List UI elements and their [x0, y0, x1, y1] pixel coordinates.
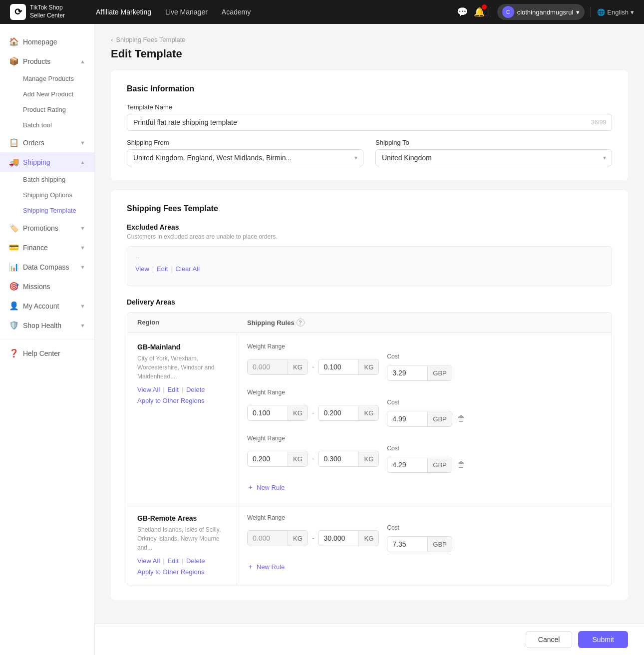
- sidebar-item-product-rating[interactable]: Product Rating: [23, 102, 94, 117]
- sidebar-item-finance[interactable]: 💳 Finance ▼: [0, 238, 94, 257]
- sidebar-item-batch-shipping[interactable]: Batch shipping: [23, 172, 94, 187]
- breadcrumb: ‹ Shipping Fees Template: [111, 36, 628, 43]
- sidebar-item-shipping-template[interactable]: Shipping Template: [23, 203, 94, 218]
- shop-health-icon: 🛡️: [9, 321, 18, 330]
- cancel-button[interactable]: Cancel: [526, 631, 573, 648]
- kg-unit-2: KG: [358, 360, 378, 374]
- weight-from-group: KG: [247, 451, 308, 467]
- account-chevron-icon: ▾: [576, 8, 580, 16]
- new-rule-button[interactable]: ＋ New Rule: [247, 481, 285, 494]
- basic-info-card: Basic Information Template Name 36/99 Sh…: [111, 70, 628, 180]
- sidebar-label-orders: Orders: [23, 139, 44, 147]
- rule-inputs: KG - KG Cost GBP 🗑: [247, 445, 602, 473]
- view-all-link[interactable]: View All: [137, 557, 160, 565]
- weight-from-group: KG: [247, 359, 308, 375]
- cost-label: Cost: [387, 399, 468, 406]
- kg-unit: KG: [288, 531, 308, 546]
- cost-input[interactable]: [387, 365, 427, 380]
- weight-from-input[interactable]: [248, 451, 288, 466]
- new-rule-label: New Rule: [257, 563, 285, 571]
- shipping-to-select[interactable]: United Kingdom: [375, 149, 612, 166]
- sidebar-item-shipping-options[interactable]: Shipping Options: [23, 187, 94, 203]
- region-col-gb-remote: GB-Remote Areas Shetland Islands, Isles …: [127, 504, 237, 586]
- language-button[interactable]: 🌐 English ▾: [597, 8, 634, 16]
- sidebar-label-missions: Missions: [23, 283, 50, 291]
- sidebar-item-products[interactable]: 📦 Products ▲: [0, 51, 94, 71]
- delete-rule-button[interactable]: 🗑: [454, 412, 468, 425]
- excluded-edit-link[interactable]: Edit: [157, 265, 168, 273]
- kg-unit-2: KG: [358, 531, 378, 546]
- delete-link[interactable]: Delete: [186, 386, 205, 393]
- layout: 🏠 Homepage 📦 Products ▲ Manage Products …: [0, 24, 644, 655]
- sidebar-item-missions[interactable]: 🎯 Missions: [0, 277, 94, 296]
- sidebar-item-orders[interactable]: 📋 Orders ▼: [0, 133, 94, 152]
- excluded-dashes: --: [135, 254, 604, 261]
- rule-row: Weight Range KG - KG Cost GBP: [247, 389, 602, 427]
- excluded-areas-box: -- View | Edit | Clear All: [127, 246, 612, 286]
- edit-link[interactable]: Edit: [167, 386, 178, 393]
- rules-col: Weight Range KG - KG Cost GBP: [237, 504, 612, 586]
- sidebar-item-shipping[interactable]: 🚚 Shipping ▲: [0, 152, 94, 172]
- shipping-fees-card: Shipping Fees Template Excluded Areas Cu…: [111, 190, 628, 600]
- region-name: GB-Remote Areas: [137, 514, 227, 522]
- sidebar-item-my-account[interactable]: 👤 My Account ▼: [0, 296, 94, 316]
- kg-unit-2: KG: [358, 406, 378, 420]
- sidebar-label-shop-health: Shop Health: [23, 322, 61, 329]
- apply-link[interactable]: Apply to Other Regions: [137, 568, 204, 576]
- sidebar-item-help-center[interactable]: ❓ Help Center: [0, 343, 94, 363]
- shipping-from-select[interactable]: United Kingdom, England, West Midlands, …: [127, 149, 363, 166]
- rule-row: Weight Range KG - KG Cost GBP: [247, 514, 602, 552]
- promotions-chevron-icon: ▼: [80, 225, 85, 231]
- cost-input[interactable]: [387, 457, 427, 472]
- sidebar-item-shop-health[interactable]: 🛡️ Shop Health ▼: [0, 316, 94, 335]
- home-icon: 🏠: [9, 37, 18, 46]
- view-all-link[interactable]: View All: [137, 386, 160, 393]
- new-rule-button[interactable]: ＋ New Rule: [247, 560, 285, 573]
- sidebar-item-manage-products[interactable]: Manage Products: [23, 71, 94, 86]
- sidebar-item-batch-tool[interactable]: Batch tool: [23, 117, 94, 133]
- sidebar-label-homepage: Homepage: [23, 38, 57, 46]
- rule-inputs: KG - KG Cost GBP: [247, 353, 602, 381]
- edit-link[interactable]: Edit: [167, 557, 178, 565]
- kg-unit: KG: [288, 406, 308, 420]
- notification-icon[interactable]: 🔔: [474, 6, 485, 17]
- weight-to-input[interactable]: [319, 359, 358, 374]
- sidebar-item-promotions[interactable]: 🏷️ Promotions ▼: [0, 218, 94, 238]
- excluded-view-link[interactable]: View: [135, 265, 149, 273]
- submit-button[interactable]: Submit: [578, 631, 628, 648]
- nav-academy[interactable]: Academy: [222, 8, 251, 16]
- globe-icon: 🌐: [597, 8, 605, 16]
- breadcrumb-parent[interactable]: Shipping Fees Template: [116, 36, 185, 43]
- template-name-input[interactable]: [127, 114, 612, 131]
- weight-range-label: Weight Range: [247, 514, 602, 521]
- info-icon[interactable]: ?: [297, 319, 305, 327]
- weight-to-input[interactable]: [319, 405, 358, 420]
- delete-link[interactable]: Delete: [186, 557, 205, 565]
- account-name: clothingandmugsrul: [517, 8, 574, 16]
- weight-range-label: Weight Range: [247, 343, 602, 350]
- products-chevron-icon: ▲: [80, 58, 85, 64]
- excluded-areas-title: Excluded Areas: [127, 223, 612, 231]
- cost-input[interactable]: [387, 411, 427, 426]
- logo-text: TikTok ShopSeller Center: [30, 4, 65, 19]
- weight-from-input[interactable]: [248, 405, 288, 420]
- sidebar-item-add-product[interactable]: Add New Product: [23, 86, 94, 102]
- account-button[interactable]: C clothingandmugsrul ▾: [497, 4, 585, 20]
- sidebar-item-homepage[interactable]: 🏠 Homepage: [0, 32, 94, 51]
- logo[interactable]: ⟳ TikTok ShopSeller Center: [10, 4, 80, 20]
- gbp-unit: GBP: [427, 412, 451, 426]
- delete-rule-button[interactable]: 🗑: [454, 458, 468, 471]
- shipping-fees-title: Shipping Fees Template: [127, 204, 612, 213]
- cost-input[interactable]: [387, 537, 427, 552]
- chat-icon[interactable]: 💬: [457, 6, 468, 17]
- data-compass-icon: 📊: [9, 262, 18, 272]
- weight-to-input[interactable]: [319, 531, 358, 546]
- weight-to-input[interactable]: [319, 451, 358, 466]
- char-count: 36/99: [591, 119, 606, 126]
- excluded-clear-link[interactable]: Clear All: [176, 265, 200, 273]
- nav-affiliate-marketing[interactable]: Affiliate Marketing: [96, 8, 151, 16]
- apply-link[interactable]: Apply to Other Regions: [137, 397, 204, 404]
- nav-live-manager[interactable]: Live Manager: [165, 8, 208, 16]
- col-region: Region: [137, 319, 247, 327]
- sidebar-item-data-compass[interactable]: 📊 Data Compass ▼: [0, 257, 94, 277]
